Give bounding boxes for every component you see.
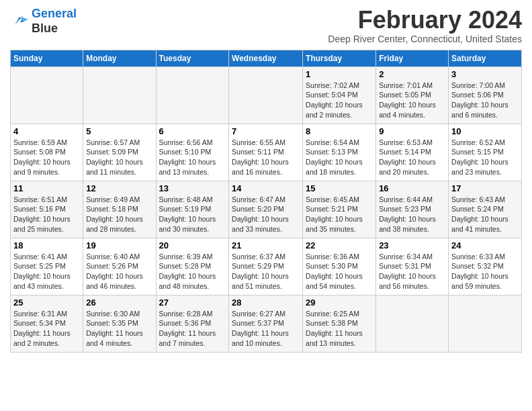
day-number: 15 [306,183,373,193]
day-number: 19 [86,240,152,250]
day-info: Sunrise: 6:37 AM Sunset: 5:29 PM Dayligh… [232,252,300,291]
day-number: 13 [159,183,226,193]
calendar-cell [376,295,449,352]
day-number: 10 [451,126,519,136]
day-number: 1 [306,69,373,79]
calendar-cell: 7Sunrise: 6:55 AM Sunset: 5:11 PM Daylig… [229,124,303,181]
calendar-cell [11,66,83,124]
calendar-cell: 15Sunrise: 6:45 AM Sunset: 5:21 PM Dayli… [303,181,376,238]
day-info: Sunrise: 7:01 AM Sunset: 5:05 PM Dayligh… [379,81,445,120]
day-info: Sunrise: 6:51 AM Sunset: 5:16 PM Dayligh… [13,195,80,234]
day-info: Sunrise: 6:59 AM Sunset: 5:08 PM Dayligh… [13,138,80,177]
calendar-cell [449,295,522,352]
day-info: Sunrise: 6:28 AM Sunset: 5:36 PM Dayligh… [159,309,226,349]
title-block: February 2024 Deep River Center, Connect… [328,7,522,44]
logo: General Blue [10,7,77,36]
day-number: 8 [306,126,373,136]
day-number: 6 [159,126,226,136]
calendar-cell: 6Sunrise: 6:56 AM Sunset: 5:10 PM Daylig… [156,124,229,181]
day-info: Sunrise: 6:43 AM Sunset: 5:24 PM Dayligh… [451,195,519,234]
day-number: 4 [13,126,80,136]
calendar-body: 1Sunrise: 7:02 AM Sunset: 5:04 PM Daylig… [11,66,522,352]
day-info: Sunrise: 6:47 AM Sunset: 5:20 PM Dayligh… [232,195,300,234]
calendar-cell: 22Sunrise: 6:36 AM Sunset: 5:30 PM Dayli… [303,238,376,295]
day-info: Sunrise: 6:53 AM Sunset: 5:14 PM Dayligh… [379,138,445,177]
day-number: 7 [232,126,300,136]
calendar-cell: 24Sunrise: 6:33 AM Sunset: 5:32 PM Dayli… [449,238,522,295]
day-number: 12 [86,183,152,193]
day-number: 29 [306,298,373,308]
calendar-cell: 12Sunrise: 6:49 AM Sunset: 5:18 PM Dayli… [83,181,156,238]
day-number: 11 [13,183,80,193]
location: Deep River Center, Connecticut, United S… [328,34,522,44]
day-number: 28 [232,298,300,308]
weekday-header-thursday: Thursday [303,50,376,66]
calendar-cell: 13Sunrise: 6:48 AM Sunset: 5:19 PM Dayli… [156,181,229,238]
day-info: Sunrise: 6:31 AM Sunset: 5:34 PM Dayligh… [13,309,80,349]
calendar-cell: 11Sunrise: 6:51 AM Sunset: 5:16 PM Dayli… [11,181,83,238]
day-number: 23 [379,240,445,250]
weekday-header-tuesday: Tuesday [156,50,229,66]
calendar-cell: 1Sunrise: 7:02 AM Sunset: 5:04 PM Daylig… [303,66,376,124]
calendar-cell: 19Sunrise: 6:40 AM Sunset: 5:26 PM Dayli… [83,238,156,295]
calendar-week-row: 4Sunrise: 6:59 AM Sunset: 5:08 PM Daylig… [11,124,522,181]
svg-marker-0 [15,15,24,25]
day-info: Sunrise: 6:36 AM Sunset: 5:30 PM Dayligh… [306,252,373,291]
calendar-table: SundayMondayTuesdayWednesdayThursdayFrid… [10,50,522,353]
calendar-cell: 9Sunrise: 6:53 AM Sunset: 5:14 PM Daylig… [376,124,449,181]
day-info: Sunrise: 6:40 AM Sunset: 5:26 PM Dayligh… [86,252,152,291]
day-info: Sunrise: 6:55 AM Sunset: 5:11 PM Dayligh… [232,138,300,177]
calendar-cell [156,66,229,124]
calendar-week-row: 25Sunrise: 6:31 AM Sunset: 5:34 PM Dayli… [11,295,522,352]
logo-bird-icon [10,12,29,31]
weekday-header-friday: Friday [376,50,449,66]
day-info: Sunrise: 6:44 AM Sunset: 5:23 PM Dayligh… [379,195,445,234]
day-number: 17 [451,183,519,193]
day-info: Sunrise: 6:27 AM Sunset: 5:37 PM Dayligh… [232,309,300,349]
calendar-header-row: SundayMondayTuesdayWednesdayThursdayFrid… [11,50,522,66]
day-info: Sunrise: 6:34 AM Sunset: 5:31 PM Dayligh… [379,252,445,291]
day-info: Sunrise: 6:54 AM Sunset: 5:13 PM Dayligh… [306,138,373,177]
calendar-cell: 14Sunrise: 6:47 AM Sunset: 5:20 PM Dayli… [229,181,303,238]
day-number: 24 [451,240,519,250]
day-info: Sunrise: 7:02 AM Sunset: 5:04 PM Dayligh… [306,81,373,120]
day-number: 25 [13,298,80,308]
day-info: Sunrise: 6:49 AM Sunset: 5:18 PM Dayligh… [86,195,152,234]
day-number: 16 [379,183,445,193]
day-info: Sunrise: 7:00 AM Sunset: 5:06 PM Dayligh… [451,81,519,120]
calendar-cell: 21Sunrise: 6:37 AM Sunset: 5:29 PM Dayli… [229,238,303,295]
calendar-cell: 5Sunrise: 6:57 AM Sunset: 5:09 PM Daylig… [83,124,156,181]
calendar-cell: 27Sunrise: 6:28 AM Sunset: 5:36 PM Dayli… [156,295,229,352]
day-info: Sunrise: 6:57 AM Sunset: 5:09 PM Dayligh… [86,138,152,177]
calendar-week-row: 1Sunrise: 7:02 AM Sunset: 5:04 PM Daylig… [11,66,522,124]
calendar-cell: 20Sunrise: 6:39 AM Sunset: 5:28 PM Dayli… [156,238,229,295]
page-header: General Blue February 2024 Deep River Ce… [10,7,522,44]
svg-marker-1 [19,17,28,21]
calendar-cell [83,66,156,124]
day-info: Sunrise: 6:25 AM Sunset: 5:38 PM Dayligh… [306,309,373,349]
calendar-cell: 29Sunrise: 6:25 AM Sunset: 5:38 PM Dayli… [303,295,376,352]
calendar-cell: 10Sunrise: 6:52 AM Sunset: 5:15 PM Dayli… [449,124,522,181]
day-number: 3 [451,69,519,79]
calendar-cell: 18Sunrise: 6:41 AM Sunset: 5:25 PM Dayli… [11,238,83,295]
day-info: Sunrise: 6:30 AM Sunset: 5:35 PM Dayligh… [86,309,152,349]
calendar-cell: 16Sunrise: 6:44 AM Sunset: 5:23 PM Dayli… [376,181,449,238]
day-number: 26 [86,298,152,308]
logo-text: General Blue [32,7,77,36]
weekday-header-monday: Monday [83,50,156,66]
month-title: February 2024 [328,7,522,34]
calendar-cell: 28Sunrise: 6:27 AM Sunset: 5:37 PM Dayli… [229,295,303,352]
day-info: Sunrise: 6:48 AM Sunset: 5:19 PM Dayligh… [159,195,226,234]
day-info: Sunrise: 6:39 AM Sunset: 5:28 PM Dayligh… [159,252,226,291]
day-number: 21 [232,240,300,250]
calendar-cell: 17Sunrise: 6:43 AM Sunset: 5:24 PM Dayli… [449,181,522,238]
day-info: Sunrise: 6:41 AM Sunset: 5:25 PM Dayligh… [13,252,80,291]
day-info: Sunrise: 6:52 AM Sunset: 5:15 PM Dayligh… [451,138,519,177]
day-info: Sunrise: 6:56 AM Sunset: 5:10 PM Dayligh… [159,138,226,177]
day-number: 5 [86,126,152,136]
calendar-cell: 4Sunrise: 6:59 AM Sunset: 5:08 PM Daylig… [11,124,83,181]
calendar-cell: 8Sunrise: 6:54 AM Sunset: 5:13 PM Daylig… [303,124,376,181]
day-info: Sunrise: 6:45 AM Sunset: 5:21 PM Dayligh… [306,195,373,234]
day-info: Sunrise: 6:33 AM Sunset: 5:32 PM Dayligh… [451,252,519,291]
day-number: 9 [379,126,445,136]
